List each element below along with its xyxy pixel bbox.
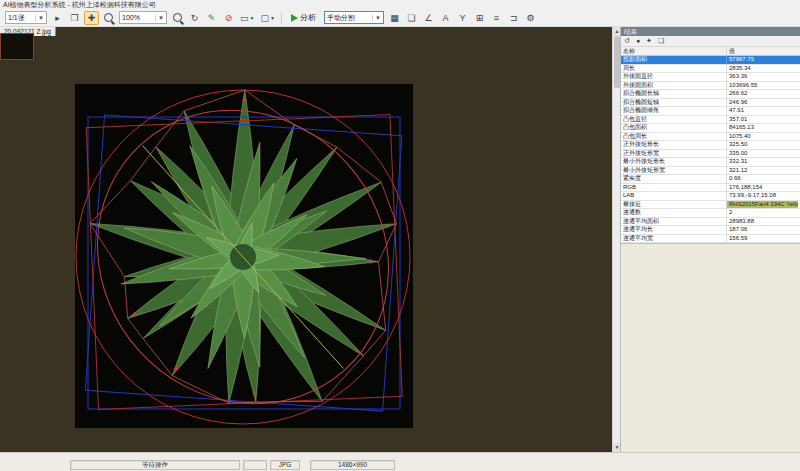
metric-value: 2 (727, 209, 798, 217)
table-row[interactable]: 连通平均面积28983.88 (621, 218, 800, 227)
metric-value: 156.59 (727, 235, 798, 243)
play-icon (291, 14, 298, 22)
metric-value: 176,188,154 (727, 184, 798, 192)
separator (281, 12, 282, 24)
table-row[interactable]: 紧实度0.66 (621, 175, 800, 184)
table-row[interactable]: 周长2835.34 (621, 65, 800, 74)
settings-button[interactable]: ⚙ (523, 11, 538, 25)
table-row[interactable]: 最小外接矩形宽321.12 (621, 167, 800, 176)
metric-value: 357.01 (727, 116, 798, 124)
chevron-down-icon: ▼ (270, 15, 275, 21)
chevron-down-icon: ▼ (372, 15, 381, 21)
table-row[interactable]: 连通平均长187.06 (621, 226, 800, 235)
chart-button[interactable]: ∠ (421, 11, 436, 25)
table-row[interactable]: 连通数2 (621, 209, 800, 218)
refresh-icon[interactable]: ↺ (624, 36, 630, 46)
vertical-scrollbar[interactable]: ▲ ▼ (612, 27, 620, 452)
metric-value: 335.00 (727, 150, 798, 158)
record-icon[interactable]: ● (636, 36, 640, 46)
results-table: 名称值投影面积57967.75周长2835.34外接圆直径363.36外接圆面积… (621, 47, 800, 244)
image-counter-select[interactable]: 1/1张▼ (5, 11, 47, 24)
metric-name: 外接圆直径 (621, 73, 727, 81)
magnifier-icon (104, 13, 113, 22)
copy-image-button[interactable]: ❐ (67, 11, 82, 25)
pan-tool-button[interactable]: ✚ (84, 11, 99, 25)
metric-name: 拟合椭圆长轴 (621, 90, 727, 98)
table-row[interactable]: 凸包面积84165.13 (621, 124, 800, 133)
metric-name: 拟合椭圆短轴 (621, 99, 727, 107)
list-button[interactable]: ≡ (489, 11, 504, 25)
metric-value: 266.62 (727, 90, 798, 98)
metric-name: 外接圆面积 (621, 82, 727, 90)
results-panel-title: 结果 (621, 27, 800, 36)
metric-value: 325.50 (727, 141, 798, 149)
table-row[interactable]: RGB176,188,154 (621, 184, 800, 193)
metric-name: 最接近 (621, 201, 727, 209)
table-row[interactable]: 外接圆面积103696.55 (621, 82, 800, 91)
metric-name: 最小外接矩形宽 (621, 167, 727, 175)
table-row[interactable]: 正外接矩形长325.50 (621, 141, 800, 150)
table-row[interactable]: 最接近RHS2015Fan4 194C Yellow (621, 201, 800, 210)
metric-name: 连通平均宽 (621, 235, 727, 243)
segmentation-mode-select[interactable]: 手动分割▼ (324, 11, 384, 24)
metric-value: 84165.13 (727, 124, 798, 132)
table-row[interactable]: LAB73.99,-9.17,15.08 (621, 192, 800, 201)
table-row[interactable]: 最小外接矩形长332.31 (621, 158, 800, 167)
metric-name: 凸包直径 (621, 116, 727, 124)
table-row[interactable]: 拟合椭圆短轴246.96 (621, 99, 800, 108)
metric-value: 1075.40 (727, 133, 798, 141)
status-mode-text: 等待操作 (70, 460, 240, 470)
chevron-down-icon: ▼ (155, 15, 164, 21)
column-header-name[interactable]: 名称 (621, 47, 727, 55)
shape-tool-dropdown[interactable]: ▭▼ (238, 11, 256, 25)
metric-name: 正外接矩形长 (621, 141, 727, 149)
metric-value: 73.99,-9.17,15.08 (727, 192, 798, 200)
save-image-button[interactable]: ▦ (387, 11, 402, 25)
delete-button[interactable]: ⊘ (221, 11, 236, 25)
table-row[interactable]: 凸包周长1075.40 (621, 133, 800, 142)
table-row[interactable]: 拟合椭圆倾角47.91 (621, 107, 800, 116)
metric-value: 0.66 (727, 175, 798, 183)
metric-name: 连通平均面积 (621, 218, 727, 226)
results-toolbar: ↺●✦❏ (621, 36, 800, 47)
table-row[interactable]: 凸包直径357.01 (621, 116, 800, 125)
exit-button[interactable]: ⊐ (506, 11, 521, 25)
status-image-format: JPG (270, 460, 300, 470)
table-row[interactable]: 投影面积57967.75 (621, 56, 800, 65)
label-a-button[interactable]: A (438, 11, 453, 25)
table-row[interactable]: 正外接矩形宽335.00 (621, 150, 800, 159)
region-tool-dropdown[interactable]: ▢▼ (258, 11, 276, 25)
table-row[interactable]: 拟合椭圆长轴266.62 (621, 90, 800, 99)
zoom-in-button[interactable] (170, 11, 185, 25)
zoom-level-select[interactable]: 100%▼ (119, 11, 167, 24)
metric-name: 投影面积 (621, 56, 727, 64)
analysis-view (0, 36, 612, 452)
table-row[interactable]: 外接圆直径363.36 (621, 73, 800, 82)
rotate-button[interactable]: ↻ (187, 11, 202, 25)
next-image-button[interactable]: ▸ (50, 11, 65, 25)
label-y-button[interactable]: Y (455, 11, 470, 25)
column-header-value[interactable]: 值 (727, 47, 798, 55)
zoom-out-button[interactable] (101, 11, 116, 25)
grid-button[interactable]: ⊞ (472, 11, 487, 25)
clear-icon[interactable]: ✦ (646, 36, 652, 46)
metric-name: 最小外接矩形长 (621, 158, 727, 166)
status-bar: 等待操作 JPG 1486×990 (0, 452, 800, 471)
report-button[interactable]: ❏ (404, 11, 419, 25)
image-tab-strip: 20 092121 Z.jpg (0, 27, 612, 36)
analyze-button[interactable]: 分析 (288, 10, 319, 26)
edit-button[interactable]: ✎ (204, 11, 219, 25)
metric-value: 321.12 (727, 167, 798, 175)
metric-value: 363.36 (727, 73, 798, 81)
metric-value: 28983.88 (727, 218, 798, 226)
image-canvas[interactable] (0, 36, 612, 452)
table-row[interactable]: 连通平均宽156.59 (621, 235, 800, 244)
metric-name: 正外接矩形宽 (621, 150, 727, 158)
status-empty-segment (243, 460, 267, 470)
metric-value: 187.06 (727, 226, 798, 234)
metric-name: 紧实度 (621, 175, 727, 183)
export-icon[interactable]: ❏ (658, 36, 664, 46)
overview-thumbnail[interactable] (0, 33, 34, 60)
metric-name: 拟合椭圆倾角 (621, 107, 727, 115)
metric-name: 连通数 (621, 209, 727, 217)
